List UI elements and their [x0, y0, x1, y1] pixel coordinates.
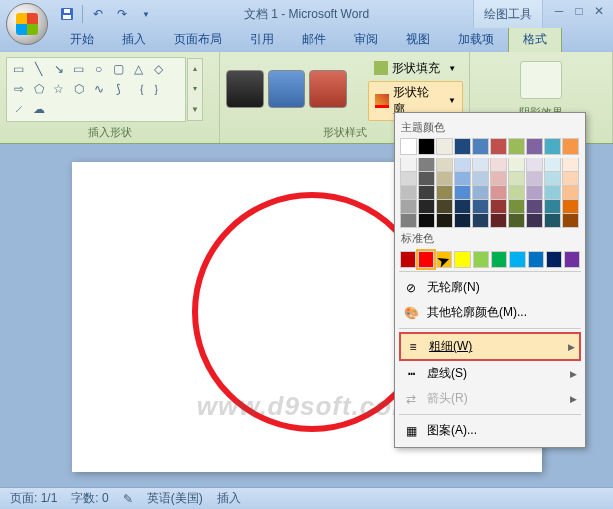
color-swatch[interactable] [490, 200, 507, 214]
color-swatch[interactable] [418, 172, 435, 186]
color-swatch[interactable] [472, 186, 489, 200]
color-swatch[interactable] [508, 214, 525, 228]
color-swatch[interactable] [544, 158, 561, 172]
color-swatch[interactable] [526, 214, 543, 228]
freeform-icon[interactable]: ⟆ [110, 81, 127, 98]
textbox-icon[interactable]: ▭ [10, 61, 27, 78]
color-swatch[interactable] [454, 186, 471, 200]
color-swatch[interactable] [562, 214, 579, 228]
color-swatch[interactable] [562, 172, 579, 186]
tab-view[interactable]: 视图 [392, 27, 444, 52]
color-swatch[interactable] [526, 158, 543, 172]
tab-home[interactable]: 开始 [56, 27, 108, 52]
color-swatch[interactable] [454, 158, 471, 172]
qat-more-button[interactable]: ▼ [135, 3, 157, 25]
save-button[interactable] [56, 3, 78, 25]
color-swatch[interactable] [400, 251, 416, 268]
color-swatch[interactable] [508, 138, 525, 155]
star-icon[interactable]: ☆ [50, 81, 67, 98]
line-icon[interactable]: ╲ [30, 61, 47, 78]
color-swatch[interactable] [490, 186, 507, 200]
minimize-button[interactable]: ─ [549, 2, 569, 20]
color-swatch[interactable] [436, 158, 453, 172]
color-swatch[interactable] [454, 138, 471, 155]
color-swatch[interactable] [562, 186, 579, 200]
color-swatch[interactable] [436, 214, 453, 228]
color-swatch[interactable] [490, 158, 507, 172]
status-lang[interactable]: 英语(美国) [147, 490, 203, 507]
color-swatch[interactable] [472, 138, 489, 155]
style-blue[interactable] [268, 70, 306, 108]
triangle-icon[interactable]: △ [130, 61, 147, 78]
tab-layout[interactable]: 页面布局 [160, 27, 236, 52]
color-swatch[interactable] [544, 200, 561, 214]
color-swatch[interactable] [436, 172, 453, 186]
connector-icon[interactable]: ⟋ [10, 101, 27, 118]
office-button[interactable] [6, 3, 48, 45]
color-swatch[interactable] [546, 251, 562, 268]
status-mode[interactable]: 插入 [217, 490, 241, 507]
color-swatch[interactable] [508, 158, 525, 172]
color-swatch[interactable] [454, 200, 471, 214]
color-swatch[interactable] [564, 251, 580, 268]
pattern-item[interactable]: ▦ 图案(A)... [399, 418, 581, 443]
maximize-button[interactable]: □ [569, 2, 589, 20]
cloud-icon[interactable]: ☁ [30, 101, 47, 118]
shapes-more-button[interactable]: ▴▾▼ [187, 58, 203, 121]
color-swatch[interactable] [418, 200, 435, 214]
shadow-button[interactable] [520, 61, 562, 99]
shapes-gallery[interactable]: ▭ ╲ ↘ ▭ ○ ▢ △ ◇ ⇨ ⬠ ☆ ⬡ ∿ ⟆ ｛ ｝ ⟋ ☁ ▴▾▼ [6, 57, 186, 122]
color-swatch[interactable] [508, 172, 525, 186]
color-swatch[interactable] [562, 158, 579, 172]
color-swatch[interactable] [490, 214, 507, 228]
undo-button[interactable]: ↶ [87, 3, 109, 25]
style-black[interactable] [226, 70, 264, 108]
shape-fill-button[interactable]: 形状填充▼ [368, 58, 463, 79]
hexagon-icon[interactable]: ⬡ [70, 81, 87, 98]
tab-references[interactable]: 引用 [236, 27, 288, 52]
color-swatch[interactable] [562, 138, 579, 155]
color-swatch[interactable] [562, 200, 579, 214]
oval-icon[interactable]: ○ [90, 61, 107, 78]
close-button[interactable]: ✕ [589, 2, 609, 20]
color-swatch[interactable] [490, 172, 507, 186]
color-swatch[interactable] [436, 138, 453, 155]
color-swatch[interactable] [418, 214, 435, 228]
color-swatch[interactable] [526, 200, 543, 214]
color-swatch[interactable] [454, 251, 470, 268]
color-swatch[interactable] [473, 251, 489, 268]
status-page[interactable]: 页面: 1/1 [10, 490, 57, 507]
color-swatch[interactable] [436, 186, 453, 200]
tab-review[interactable]: 审阅 [340, 27, 392, 52]
color-swatch[interactable] [472, 214, 489, 228]
weight-item[interactable]: ≡ 粗细(W) ▶ [399, 332, 581, 361]
tab-insert[interactable]: 插入 [108, 27, 160, 52]
color-swatch[interactable] [400, 138, 417, 155]
color-swatch[interactable] [509, 251, 525, 268]
color-swatch[interactable] [544, 214, 561, 228]
right-arrow-icon[interactable]: ⇨ [10, 81, 27, 98]
color-swatch[interactable] [472, 158, 489, 172]
color-swatch[interactable] [544, 138, 561, 155]
bracket2-icon[interactable]: ｝ [150, 81, 167, 98]
color-swatch[interactable] [544, 172, 561, 186]
color-swatch[interactable] [418, 158, 435, 172]
color-swatch[interactable] [436, 200, 453, 214]
bracket-icon[interactable]: ｛ [130, 81, 147, 98]
curve-icon[interactable]: ∿ [90, 81, 107, 98]
tab-format[interactable]: 格式 [508, 26, 562, 52]
dashes-item[interactable]: ┅ 虚线(S) ▶ [399, 361, 581, 386]
color-swatch[interactable] [400, 214, 417, 228]
callout-icon[interactable]: ⬠ [30, 81, 47, 98]
color-swatch[interactable] [418, 251, 434, 268]
color-swatch[interactable] [472, 200, 489, 214]
color-swatch[interactable] [508, 200, 525, 214]
color-swatch[interactable] [400, 158, 417, 172]
tab-addins[interactable]: 加载项 [444, 27, 508, 52]
color-swatch[interactable] [490, 138, 507, 155]
style-red[interactable] [309, 70, 347, 108]
color-swatch[interactable] [526, 186, 543, 200]
rounded-rect-icon[interactable]: ▢ [110, 61, 127, 78]
no-outline-item[interactable]: ⊘ 无轮廓(N) [399, 275, 581, 300]
diamond-icon[interactable]: ◇ [150, 61, 167, 78]
